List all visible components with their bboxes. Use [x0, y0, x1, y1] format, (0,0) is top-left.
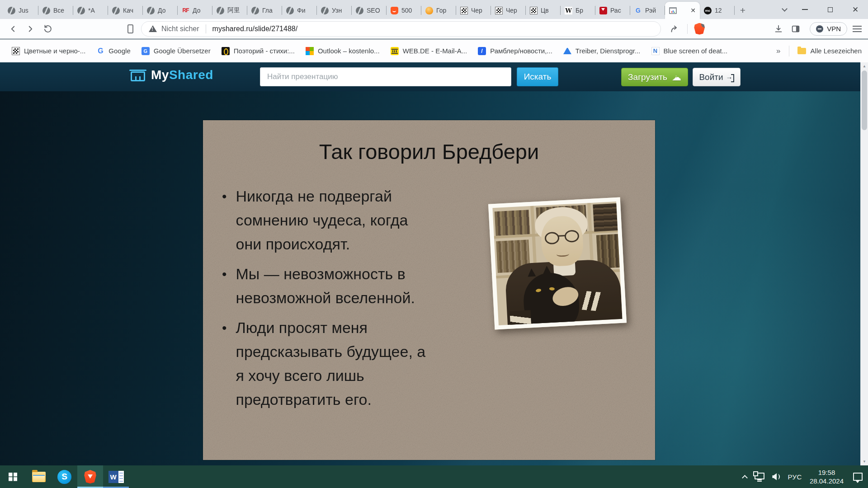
vpn-button[interactable]: VPN: [810, 22, 847, 36]
scrollbar-thumb[interactable]: [862, 70, 867, 130]
bookmarks-overflow-chevron[interactable]: »: [773, 47, 784, 56]
login-label: Войти: [699, 72, 723, 82]
tab-label: Фи: [297, 7, 313, 14]
tab-search-button[interactable]: [777, 0, 792, 19]
url-text[interactable]: myshared.ru/slide/271488/: [212, 25, 298, 33]
action-center-icon[interactable]: [853, 473, 863, 481]
taskbar-apps: SW: [0, 465, 129, 488]
site-header: MyShared Искать Загрузить ☁ Войти: [0, 62, 868, 91]
tab[interactable]: GРэй: [630, 2, 665, 19]
tab[interactable]: Фи: [282, 2, 317, 19]
sidebar-button[interactable]: [787, 20, 804, 38]
bookmark-label: Цветные и черно-...: [24, 47, 85, 55]
word-letter: W: [108, 471, 118, 483]
tab-label: Цв: [541, 7, 557, 14]
tab[interactable]: Гла: [247, 2, 282, 19]
minimize-button[interactable]: [792, 0, 817, 19]
bookmark-item[interactable]: Цветные и черно-...: [6, 43, 91, 59]
logo-text: MyShared: [151, 68, 213, 82]
close-icon: ✕: [852, 6, 859, 14]
tab[interactable]: Цв: [526, 2, 561, 19]
all-bookmarks-label[interactable]: Alle Lesezeichen: [811, 47, 862, 55]
tab[interactable]: Кач: [108, 2, 143, 19]
checker-favicon: [460, 7, 468, 14]
bullet-dot: •: [222, 184, 227, 256]
tab[interactable]: Jus: [4, 2, 38, 19]
taskbar-skype-button[interactable]: S: [52, 465, 77, 488]
downloads-button[interactable]: [770, 20, 787, 38]
share-icon: [669, 24, 679, 34]
toolbar-right-icons: 7 VPN: [665, 20, 868, 38]
bookmark-item[interactable]: WEB.DE - E-Mail-A...: [385, 43, 473, 59]
upload-button[interactable]: Загрузить ☁: [621, 68, 688, 86]
tab[interactable]: Все: [38, 2, 73, 19]
brave-shields-icon[interactable]: 7: [694, 23, 705, 35]
search-button[interactable]: Искать: [517, 67, 558, 86]
share-button[interactable]: [665, 20, 683, 38]
download-icon: [774, 24, 783, 34]
scroll-down-arrow[interactable]: ▼: [861, 460, 868, 464]
search-input[interactable]: [260, 67, 511, 86]
taskbar-clock[interactable]: 19:58 28.04.2024: [810, 468, 844, 486]
tab-label: Гор: [436, 7, 452, 14]
bookmark-item[interactable]: /Рамблер/новости,...: [472, 43, 558, 59]
login-button[interactable]: Войти: [693, 68, 741, 86]
tray-overflow-chevron-icon[interactable]: [742, 475, 748, 481]
network-icon[interactable]: [755, 473, 764, 479]
word-icon: W: [108, 471, 124, 483]
slide-title: Так говорил Бредбери: [203, 139, 655, 164]
tab[interactable]: SEO: [352, 2, 387, 19]
new-tab-button[interactable]: +: [735, 2, 751, 19]
aliexpress-favicon: [391, 7, 398, 14]
tab[interactable]: WБр: [561, 2, 595, 19]
bookmark-item[interactable]: Treiber, Dienstprogr...: [558, 43, 646, 59]
tab-close-icon[interactable]: ✕: [690, 7, 696, 14]
bradbury-photo: [488, 197, 627, 330]
globe-favicon: [217, 7, 224, 14]
speaker-icon[interactable]: [772, 473, 780, 480]
tab[interactable]: 500: [387, 2, 421, 19]
scroll-up-arrow[interactable]: ▲: [861, 64, 868, 68]
reload-button[interactable]: [39, 20, 56, 38]
tab-active[interactable]: ✕: [665, 2, 700, 19]
maximize-button[interactable]: [817, 0, 843, 19]
tab[interactable]: Гор: [421, 2, 456, 19]
back-icon: [8, 24, 18, 34]
tab[interactable]: mc12: [700, 2, 735, 19]
bookmarks-bar: Цветные и черно-...GGoogleGGoogle Überse…: [0, 39, 868, 62]
phone-icon[interactable]: [127, 24, 133, 33]
tab[interactable]: Узн: [317, 2, 352, 19]
taskbar-start-button[interactable]: [0, 465, 26, 488]
bookmark-item[interactable]: GGoogle: [91, 43, 136, 59]
photo-scene: [492, 202, 622, 325]
tab[interactable]: До: [143, 2, 178, 19]
bookmark-item[interactable]: Поэторий - стихи:...: [216, 43, 300, 59]
bookmark-item[interactable]: NBlue screen of deat...: [646, 43, 733, 59]
taskbar-brave-button[interactable]: [77, 465, 103, 488]
page-scrollbar[interactable]: ▲ ▼: [860, 62, 868, 465]
brave-icon: [84, 470, 96, 483]
bookmark-label: Google Übersetzer: [154, 47, 211, 55]
menu-icon[interactable]: [853, 26, 862, 32]
myshared-logo[interactable]: MyShared: [130, 68, 213, 82]
tab[interactable]: Чер: [456, 2, 491, 19]
tab-list: JusВсе*АКачДоRFДо阿里ГлаФиУзнSEO500ГорЧерЧ…: [4, 2, 735, 19]
bullet-dot: •: [222, 262, 227, 310]
language-indicator[interactable]: РУС: [788, 473, 802, 481]
tab[interactable]: *А: [73, 2, 108, 19]
tab[interactable]: Чер: [491, 2, 526, 19]
back-button[interactable]: [5, 20, 22, 38]
slide-bullet: •Люди просят меня предсказывать будущее,…: [222, 316, 434, 412]
close-window-button[interactable]: ✕: [843, 0, 868, 19]
tab[interactable]: 阿里: [212, 2, 247, 19]
address-bar[interactable]: Nicht sicher myshared.ru/slide/271488/: [141, 21, 661, 37]
google-favicon: G: [634, 7, 642, 14]
taskbar-file-explorer-button[interactable]: [26, 465, 52, 488]
bookmark-item[interactable]: Outlook – kostenlo...: [300, 43, 385, 59]
bookmark-item[interactable]: GGoogle Übersetzer: [136, 43, 216, 59]
taskbar-word-button[interactable]: W: [103, 465, 129, 488]
tab[interactable]: Рас: [595, 2, 630, 19]
forward-button[interactable]: [22, 20, 39, 38]
tab[interactable]: RFДо: [178, 2, 212, 19]
bullet-dot: •: [222, 316, 227, 412]
